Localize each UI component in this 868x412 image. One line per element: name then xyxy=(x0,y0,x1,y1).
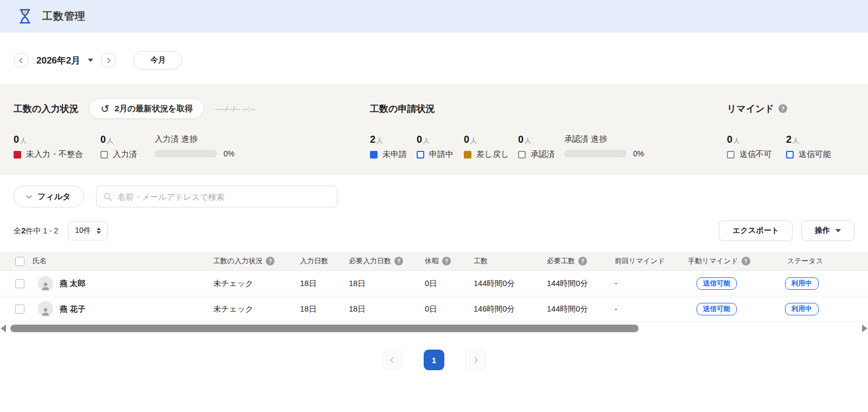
cell-check-status: 未チェック xyxy=(209,296,296,322)
avatar xyxy=(38,276,53,291)
stat-label: 入力済 xyxy=(113,149,137,160)
cell-hours: 146時間0分 xyxy=(469,296,542,322)
stat-unit: 人 xyxy=(470,137,477,144)
horizontal-scrollbar xyxy=(0,324,868,333)
stat-count: 0 xyxy=(727,135,732,144)
avatar xyxy=(38,301,53,316)
filter-row: フィルタ xyxy=(14,186,868,207)
table-row[interactable]: 燕 花子 未チェック 18日 18日 0日 146時間0分 144時間0分 - … xyxy=(0,296,868,322)
cell-vacation: 0日 xyxy=(420,296,469,322)
page-size-select[interactable]: 10件 xyxy=(68,221,108,240)
current-page-button[interactable]: 1 xyxy=(424,350,444,370)
stat-unit: 人 xyxy=(525,137,531,144)
column-header-required-days: 必要入力日数? xyxy=(344,252,420,271)
column-header-input-days: 入力日数 xyxy=(296,252,344,271)
refresh-status-button[interactable]: ↺ 2月の最新状況を取得 xyxy=(89,98,204,119)
stat-label: 承認済 xyxy=(531,149,555,160)
stat-unit: 人 xyxy=(20,137,27,144)
today-button[interactable]: 今月 xyxy=(133,51,182,69)
progress-label: 入力済 進捗 xyxy=(155,128,234,144)
send-remind-badge[interactable]: 送信可能 xyxy=(697,277,737,290)
status-badge: 利用中 xyxy=(785,277,819,290)
chevron-right-icon xyxy=(105,58,111,63)
stat-label: 差し戻し xyxy=(476,149,509,160)
member-name: 燕 花子 xyxy=(60,304,86,314)
chevron-down-icon xyxy=(27,193,32,199)
result-count: 全2件中 1 - 2 xyxy=(14,226,58,236)
member-name: 燕 太郎 xyxy=(60,278,86,289)
help-icon[interactable]: ? xyxy=(578,257,587,265)
row-checkbox[interactable] xyxy=(15,279,24,288)
page-size-value: 10件 xyxy=(75,226,91,236)
prev-page-button[interactable] xyxy=(382,350,403,370)
cell-required-hours: 144時間0分 xyxy=(542,271,610,296)
search-input[interactable] xyxy=(96,186,337,207)
stat-not-requested: 2人 未申請 xyxy=(370,128,417,160)
help-icon[interactable]: ? xyxy=(394,257,403,265)
remind-title: リマインド xyxy=(727,103,774,115)
request-status-section: 工数の申請状況 2人 未申請 0人 申請中 0人 差し戻し 0人 承認済 承認済… xyxy=(370,98,727,175)
scrollbar-track[interactable] xyxy=(6,325,862,332)
red-swatch-icon xyxy=(14,151,21,159)
status-panel: 工数の入力状況 ↺ 2月の最新状況を取得 ----/--/-- --:-- 0人… xyxy=(0,84,868,175)
stat-unit: 人 xyxy=(107,137,113,144)
stat-count: 2 xyxy=(786,135,792,144)
filter-button-label: フィルタ xyxy=(37,192,71,202)
prev-month-button[interactable] xyxy=(14,53,29,68)
actions-button[interactable]: 操作 xyxy=(801,220,854,241)
search-box xyxy=(96,186,337,207)
month-selector[interactable]: 2026年2月 xyxy=(36,54,93,67)
stat-not-entered: 0人 未入力・不整合 xyxy=(14,128,100,160)
export-button[interactable]: エクスポート xyxy=(719,220,793,241)
app-header: 工数管理 xyxy=(0,0,868,33)
column-header-hours: 工数 xyxy=(469,252,542,271)
stat-unit: 人 xyxy=(423,137,430,144)
column-header-vacation: 休暇? xyxy=(420,252,469,271)
cell-last-remind: - xyxy=(610,296,684,322)
input-status-section: 工数の入力状況 ↺ 2月の最新状況を取得 ----/--/-- --:-- 0人… xyxy=(14,98,370,175)
select-all-checkbox[interactable] xyxy=(15,257,24,266)
next-page-button[interactable] xyxy=(465,350,486,370)
progress-bar xyxy=(155,150,217,157)
cell-check-status: 未チェック xyxy=(209,271,296,296)
column-header-manual-remind: 手動リマインド? xyxy=(684,252,768,271)
column-header-input-status: 工数の入力状況? xyxy=(209,252,296,271)
hourglass-icon xyxy=(16,7,34,26)
person-icon xyxy=(41,307,50,316)
stat-count: 0 xyxy=(14,135,19,144)
list-controls: 全2件中 1 - 2 10件 エクスポート 操作 xyxy=(14,220,854,241)
help-icon[interactable]: ? xyxy=(778,104,787,113)
filter-button[interactable]: フィルタ xyxy=(14,186,84,207)
next-month-button[interactable] xyxy=(101,53,116,68)
chevron-right-icon xyxy=(473,357,478,363)
stat-count: 0 xyxy=(518,135,524,144)
stat-label: 未入力・不整合 xyxy=(26,149,83,160)
column-header-required-hours: 必要工数? xyxy=(542,252,610,271)
input-status-title: 工数の入力状況 xyxy=(14,103,78,115)
progress-percent: 0% xyxy=(633,149,644,158)
row-checkbox[interactable] xyxy=(15,305,24,314)
scrollbar-thumb[interactable] xyxy=(10,325,639,332)
stat-count: 0 xyxy=(464,135,469,144)
stepper-icon xyxy=(97,227,101,234)
scroll-left-arrow-icon[interactable] xyxy=(1,325,6,332)
caret-down-icon xyxy=(835,229,841,232)
send-remind-badge[interactable]: 送信可能 xyxy=(697,303,737,315)
help-icon[interactable]: ? xyxy=(442,257,451,265)
stat-cannot-send: 0人 送信不可 xyxy=(727,128,786,160)
gray-outline-swatch-icon xyxy=(727,151,735,159)
actions-button-label: 操作 xyxy=(815,226,830,236)
help-icon[interactable]: ? xyxy=(742,257,750,265)
help-icon[interactable]: ? xyxy=(266,257,275,265)
refresh-icon: ↺ xyxy=(100,104,109,114)
stat-unit: 人 xyxy=(376,137,383,144)
pagination: 1 xyxy=(0,350,868,370)
scroll-right-arrow-icon[interactable] xyxy=(862,325,867,332)
stat-unit: 人 xyxy=(733,137,740,144)
stat-entered: 0人 入力済 xyxy=(100,128,155,160)
caret-down-icon xyxy=(88,59,93,62)
table-row[interactable]: 燕 太郎 未チェック 18日 18日 0日 144時間0分 144時間0分 - … xyxy=(0,271,868,296)
column-header-name: 氏名 xyxy=(28,252,209,271)
progress-label: 承認済 進捗 xyxy=(564,128,644,144)
stat-label: 送信不可 xyxy=(739,149,772,160)
